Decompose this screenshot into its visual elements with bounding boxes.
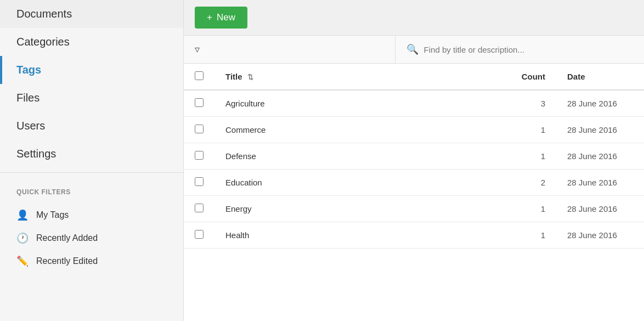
table-row: Defense128 June 2016: [184, 143, 644, 170]
table-body: Agriculture328 June 2016Commerce128 June…: [184, 90, 644, 249]
row-title-4: Energy: [214, 196, 501, 222]
row-count-4: 1: [501, 196, 556, 222]
row-check-1: [184, 117, 214, 143]
select-all-checkbox[interactable]: [195, 71, 204, 80]
row-title-5: Health: [214, 222, 501, 249]
quick-filters-label: QUICK FILTERS: [16, 188, 167, 196]
sidebar-item-users[interactable]: Users: [0, 112, 183, 140]
filter-bar: ▿ 🔍: [184, 36, 644, 64]
row-checkbox-0[interactable]: [195, 98, 204, 107]
row-checkbox-3[interactable]: [195, 177, 204, 186]
row-title-2: Defense: [214, 143, 501, 170]
row-count-3: 2: [501, 170, 556, 196]
sidebar: DocumentsCategoriesTagsFilesUsersSetting…: [0, 0, 184, 321]
toolbar: + New: [184, 0, 644, 36]
row-date-3: 28 June 2016: [556, 170, 644, 196]
row-count-5: 1: [501, 222, 556, 249]
row-count-0: 3: [501, 90, 556, 117]
row-checkbox-5[interactable]: [195, 230, 204, 239]
filter-item-label-recently-added: Recently Added: [36, 233, 98, 243]
header-title: Title ⇅: [214, 64, 501, 90]
row-title-1: Commerce: [214, 117, 501, 143]
sidebar-item-files[interactable]: Files: [0, 84, 183, 112]
header-count: Count: [501, 64, 556, 90]
quick-filters-section: QUICK FILTERS 👤My Tags🕐Recently Added✏️R…: [0, 177, 183, 278]
recently-added-icon: 🕐: [16, 232, 29, 244]
main-content: + New ▿ 🔍 Title ⇅: [184, 0, 644, 321]
sidebar-item-categories[interactable]: Categories: [0, 28, 183, 56]
table-row: Education228 June 2016: [184, 170, 644, 196]
filter-item-label-my-tags: My Tags: [36, 210, 69, 220]
row-check-0: [184, 90, 214, 117]
filter-section: ▿: [184, 36, 396, 63]
row-check-3: [184, 170, 214, 196]
row-checkbox-2[interactable]: [195, 151, 204, 160]
recently-edited-icon: ✏️: [16, 255, 29, 267]
table-row: Health128 June 2016: [184, 222, 644, 249]
row-check-4: [184, 196, 214, 222]
filter-icon: ▿: [195, 43, 200, 55]
filter-item-recently-edited[interactable]: ✏️Recently Edited: [16, 250, 167, 273]
sort-icon[interactable]: ⇅: [247, 73, 253, 81]
tags-table: Title ⇅ Count Date Agriculture328 June 2…: [184, 64, 644, 249]
search-input[interactable]: [424, 45, 633, 54]
row-date-2: 28 June 2016: [556, 143, 644, 170]
header-date: Date: [556, 64, 644, 90]
row-check-2: [184, 143, 214, 170]
row-count-1: 1: [501, 117, 556, 143]
row-date-1: 28 June 2016: [556, 117, 644, 143]
row-date-5: 28 June 2016: [556, 222, 644, 249]
row-checkbox-4[interactable]: [195, 204, 204, 212]
row-checkbox-1[interactable]: [195, 125, 204, 133]
filter-item-label-recently-edited: Recently Edited: [36, 256, 98, 266]
table-row: Commerce128 June 2016: [184, 117, 644, 143]
filter-item-recently-added[interactable]: 🕐Recently Added: [16, 227, 167, 250]
new-button[interactable]: + New: [195, 7, 247, 29]
table-row: Energy128 June 2016: [184, 196, 644, 222]
my-tags-icon: 👤: [16, 209, 29, 221]
search-section: 🔍: [396, 36, 644, 63]
row-date-4: 28 June 2016: [556, 196, 644, 222]
plus-icon: +: [207, 12, 212, 23]
table-container: Title ⇅ Count Date Agriculture328 June 2…: [184, 64, 644, 321]
nav-divider: [0, 172, 183, 173]
row-count-2: 1: [501, 143, 556, 170]
row-date-0: 28 June 2016: [556, 90, 644, 117]
row-check-5: [184, 222, 214, 249]
search-icon: 🔍: [406, 43, 419, 55]
nav-menu: DocumentsCategoriesTagsFilesUsersSetting…: [0, 0, 183, 168]
table-header: Title ⇅ Count Date: [184, 64, 644, 90]
sidebar-item-documents[interactable]: Documents: [0, 0, 183, 28]
row-title-0: Agriculture: [214, 90, 501, 117]
sidebar-item-settings[interactable]: Settings: [0, 140, 183, 168]
sidebar-item-tags[interactable]: Tags: [0, 56, 183, 84]
table-row: Agriculture328 June 2016: [184, 90, 644, 117]
header-check: [184, 64, 214, 90]
new-button-label: New: [217, 12, 235, 23]
row-title-3: Education: [214, 170, 501, 196]
filter-item-my-tags[interactable]: 👤My Tags: [16, 204, 167, 227]
